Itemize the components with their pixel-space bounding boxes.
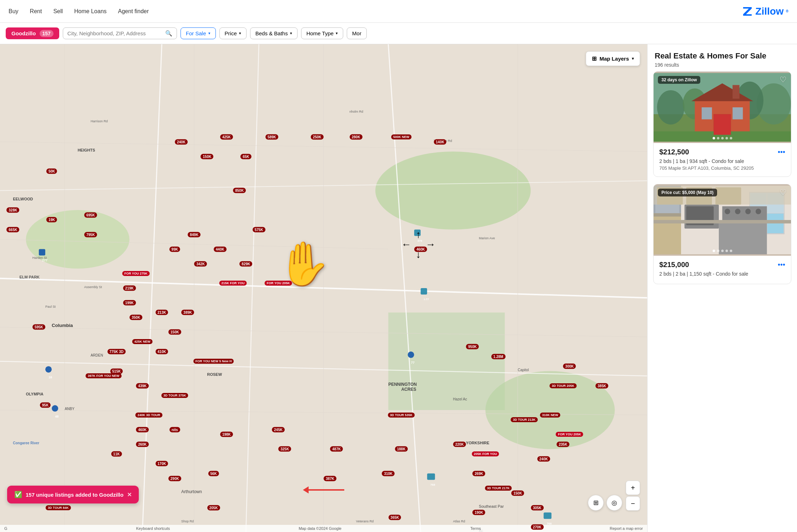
svg-text:Capitol: Capitol	[518, 368, 529, 372]
goodzillo-button[interactable]: Goodzillo 157	[6, 27, 59, 39]
svg-text:ELM PARK: ELM PARK	[19, 275, 40, 279]
svg-text:Southeast Par: Southeast Par	[479, 504, 504, 508]
layers-icon: ⊞	[592, 55, 597, 62]
zoom-in-button[interactable]: +	[626, 481, 640, 495]
nav-home-loans[interactable]: Home Loans	[74, 8, 107, 15]
report-error-link[interactable]: Report a map error	[610, 526, 643, 531]
card-details-2: 2 bds | 2 ba | 1,150 sqft - Condo for sa…	[659, 271, 785, 277]
listings-panel: Real Estate & Homes For Sale 196 results	[647, 44, 797, 532]
svg-rect-38	[52, 405, 58, 411]
property-card-2[interactable]: Price cut: $5,000 (May 10) ♡ $215,000 ••…	[653, 184, 791, 284]
search-row: Goodzillo 157 🔍 For Sale ▾ Price ▾ Beds …	[0, 23, 797, 44]
listings-title: Real Estate & Homes For Sale	[655, 51, 790, 61]
price-filter[interactable]: Price ▾	[219, 27, 247, 39]
image-carousel-dots-1	[712, 137, 732, 139]
map-list-toggle-button[interactable]: ⊞	[588, 495, 604, 511]
svg-point-94	[735, 209, 740, 214]
nav-rent[interactable]: Rent	[30, 8, 42, 15]
property-card-1[interactable]: 32 days on Zillow ♡ $212,500 ••• 2 bds |	[653, 71, 791, 177]
svg-rect-3	[388, 312, 505, 410]
svg-rect-40	[408, 352, 414, 358]
toast-close-button[interactable]: ✕	[127, 491, 132, 498]
header: Buy Rent Sell Home Loans Agent finder Zi…	[0, 0, 797, 23]
card-badge-1: 32 days on Zillow	[658, 76, 700, 84]
map-area[interactable]: HEIGHTS EELWOOD ELM PARK Columbia ARDEN …	[0, 44, 647, 532]
home-type-filter[interactable]: Home Type ▾	[301, 27, 343, 39]
keyboard-shortcuts-link[interactable]: Keyboard shortcuts	[136, 526, 170, 531]
svg-rect-101	[715, 188, 741, 205]
svg-text:eis St: eis St	[136, 271, 144, 274]
chevron-down-icon: ▾	[208, 31, 210, 36]
card-price-1: $212,500	[659, 148, 689, 156]
for-sale-filter[interactable]: For Sale ▾	[181, 27, 216, 39]
svg-text:77: 77	[411, 361, 415, 364]
chevron-down-icon: ▾	[290, 31, 292, 36]
svg-text:Assembly St: Assembly St	[84, 285, 102, 289]
svg-rect-34	[39, 249, 45, 256]
nav-sell[interactable]: Sell	[53, 8, 63, 15]
chevron-down-icon: ▾	[336, 31, 338, 36]
nav-buy[interactable]: Buy	[9, 8, 19, 15]
nav-agent-finder[interactable]: Agent finder	[118, 8, 149, 15]
svg-text:Harden St: Harden St	[32, 256, 47, 260]
svg-text:Trenholm Rd: Trenholm Rd	[433, 139, 452, 143]
svg-rect-44	[427, 474, 435, 480]
svg-text:Hazel Ac: Hazel Ac	[453, 397, 467, 401]
card-details-1: 2 bds | 1 ba | 934 sqft - Condo for sale	[659, 158, 785, 164]
zillow-z-icon	[742, 6, 753, 17]
zillow-logo[interactable]: Zillow ®	[742, 6, 788, 17]
map-data-info: Map data ©2024 Google	[299, 526, 341, 531]
map-background: HEIGHTS EELWOOD ELM PARK Columbia ARDEN …	[0, 44, 647, 532]
location-button[interactable]: ◎	[606, 495, 622, 511]
svg-point-93	[725, 209, 730, 214]
toast-check-icon: ✅	[14, 491, 22, 498]
svg-rect-97	[654, 220, 791, 224]
card-menu-1[interactable]: •••	[778, 148, 785, 156]
svg-text:Congaree River: Congaree River	[13, 441, 39, 445]
svg-text:OLYMPIA: OLYMPIA	[26, 392, 44, 396]
svg-text:Paul St: Paul St	[45, 305, 56, 308]
chevron-down-icon: ▾	[239, 31, 241, 36]
card-badge-2: Price cut: $5,000 (May 10)	[658, 189, 717, 196]
goodzillo-toast: ✅ 157 unique listings added to Goodzillo…	[7, 486, 139, 503]
svg-rect-46	[544, 512, 552, 519]
svg-text:HEIGHTS: HEIGHTS	[78, 148, 95, 152]
map-icon-buttons: ⊞ ◎	[588, 495, 622, 511]
card-menu-2[interactable]: •••	[778, 261, 785, 269]
svg-rect-42	[421, 288, 427, 295]
more-filters[interactable]: Mor	[347, 27, 367, 39]
svg-rect-36	[45, 366, 52, 373]
card-info-2: $215,000 ••• 2 bds | 2 ba | 1,150 sqft -…	[654, 256, 791, 284]
map-layers-button[interactable]: ⊞ Map Layers ▾	[586, 51, 640, 66]
zoom-out-button[interactable]: −	[626, 496, 640, 511]
svg-rect-77	[714, 114, 731, 135]
save-listing-2-button[interactable]: ♡	[780, 188, 787, 197]
map-layers-label: Map Layers	[599, 56, 629, 62]
svg-rect-48	[414, 230, 421, 236]
search-input[interactable]	[67, 30, 162, 36]
svg-rect-75	[732, 85, 739, 99]
svg-text:EELWOOD: EELWOOD	[13, 197, 33, 201]
svg-point-1	[26, 210, 130, 268]
terms-link[interactable]: Terms	[470, 526, 481, 531]
save-listing-1-button[interactable]: ♡	[780, 75, 787, 85]
svg-point-96	[756, 209, 761, 214]
svg-text:Shop Rd: Shop Rd	[181, 520, 194, 523]
svg-text:I-77: I-77	[424, 298, 429, 301]
svg-text:48: 48	[55, 415, 59, 418]
svg-text:Columbia: Columbia	[52, 323, 73, 328]
card-address-1: 705 Maple St APT A103, Columbia, SC 2920…	[659, 165, 785, 171]
map-footer: G Keyboard shortcuts Map data ©2024 Goog…	[0, 525, 647, 532]
svg-text:YORKSHIRE: YORKSHIRE	[466, 441, 489, 445]
google-logo: G	[4, 526, 7, 531]
card-image-2: Price cut: $5,000 (May 10) ♡	[654, 184, 791, 256]
beds-baths-filter[interactable]: Beds & Baths ▾	[250, 27, 298, 39]
card-price-2: $215,000	[659, 261, 689, 269]
search-bar[interactable]: 🔍	[63, 27, 177, 39]
map-zoom-controls: + −	[626, 481, 640, 511]
chevron-down-icon: ▾	[632, 56, 634, 61]
listings-header: Real Estate & Homes For Sale 196 results	[648, 44, 797, 71]
svg-rect-69	[702, 107, 712, 119]
main-content: HEIGHTS EELWOOD ELM PARK Columbia ARDEN …	[0, 44, 797, 532]
svg-text:ARDEN: ARDEN	[91, 353, 103, 357]
